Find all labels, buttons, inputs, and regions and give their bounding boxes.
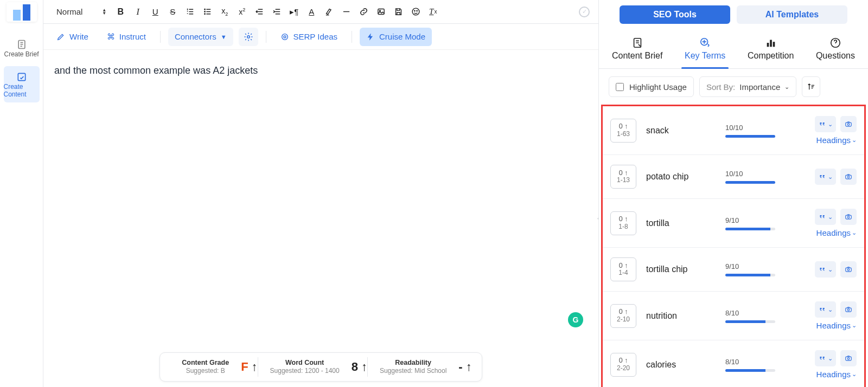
outdent-button[interactable] [252, 4, 267, 20]
settings-button[interactable] [239, 28, 258, 46]
term-row[interactable]: 0 ↑1-4tortilla chip9/10⌄ [603, 248, 864, 292]
term-row[interactable]: 0 ↑1-63snack10/10⌄Headings⌄ [603, 106, 864, 155]
subtab-content-brief[interactable]: Content Brief [609, 34, 666, 68]
unordered-list-button[interactable] [200, 4, 215, 20]
highlight-usage-toggle[interactable]: Highlight Usage [609, 76, 694, 97]
chevron-down-icon: ⌄ [852, 137, 857, 144]
create-content-button[interactable]: Create Content [4, 66, 40, 103]
clear-format-button[interactable]: Tx [425, 4, 441, 20]
write-button[interactable]: Write [50, 28, 95, 46]
quote-expand-button[interactable]: ⌄ [815, 261, 836, 278]
row-actions: ⌄Headings⌄ [815, 350, 857, 379]
status-check-icon [579, 7, 590, 17]
indent-button[interactable] [269, 4, 284, 20]
quote-expand-button[interactable]: ⌄ [815, 116, 836, 132]
view-button[interactable] [840, 301, 857, 318]
readability-value: - ↑ [458, 360, 471, 374]
quote-expand-button[interactable]: ⌄ [815, 169, 836, 185]
label: Write [69, 32, 88, 41]
sort-by-dropdown[interactable]: Sort By: Importance ⌄ [699, 76, 796, 97]
command-icon: ⌘ [107, 32, 115, 42]
word-count-block: Word Count Suggested: 1200 - 1400 [258, 359, 352, 376]
subtab-competition[interactable]: Competition [744, 34, 797, 68]
score-bar [725, 320, 775, 323]
score-text: 9/10 [725, 216, 780, 224]
row-actions: ⌄Headings⌄ [815, 116, 857, 145]
camera-icon [844, 120, 853, 128]
save-button[interactable] [391, 4, 406, 20]
chevron-down-icon: ⌄ [852, 229, 857, 236]
score-column: 9/10 [725, 262, 780, 276]
subtab-questions[interactable]: Questions [813, 34, 858, 68]
tab-seo-tools[interactable]: SEO Tools [620, 5, 730, 24]
bold-button[interactable]: B [113, 4, 128, 20]
cruise-mode-button[interactable]: Cruise Mode [360, 28, 432, 46]
headings-link[interactable]: Headings⌄ [816, 228, 857, 237]
view-button[interactable] [840, 350, 857, 366]
ordered-list-button[interactable] [182, 4, 197, 20]
instruct-button[interactable]: ⌘ Instruct [100, 28, 152, 46]
emoji-button[interactable] [408, 4, 423, 20]
question-icon [829, 37, 841, 49]
term-row[interactable]: 0 ↑1-8tortilla9/10⌄Headings⌄ [603, 199, 864, 248]
sort-direction-button[interactable] [802, 76, 820, 97]
svg-point-24 [847, 216, 850, 218]
view-button[interactable] [840, 209, 857, 225]
occurrence-range: 2-10 [617, 316, 630, 323]
grammarly-badge[interactable]: G [568, 312, 583, 327]
create-brief-button[interactable]: Create Brief [4, 34, 40, 63]
subtab-key-terms[interactable]: Key Terms [681, 34, 729, 68]
sub: Suggested: B [186, 367, 225, 375]
occurrence-range: 1-4 [618, 269, 628, 276]
link-button[interactable] [356, 4, 371, 20]
quote-expand-button[interactable]: ⌄ [815, 301, 836, 318]
headings-link[interactable]: Headings⌄ [816, 321, 857, 330]
view-button[interactable] [840, 261, 857, 278]
image-button[interactable] [373, 4, 388, 20]
separator [266, 31, 266, 43]
italic-button[interactable]: I [130, 4, 145, 20]
svg-rect-15 [767, 43, 769, 47]
editor-content: and the most common example was A2 jacke… [54, 65, 258, 76]
quote-expand-button[interactable]: ⌄ [815, 350, 836, 366]
format-select[interactable]: Normal ▲▼ [52, 5, 111, 18]
pilcrow-button[interactable]: ▸¶ [286, 4, 302, 20]
connectors-dropdown[interactable]: Connectors ▼ [168, 28, 233, 46]
subscript-button[interactable]: x2 [217, 4, 232, 20]
term-row[interactable]: 0 ↑2-10nutrition8/10⌄Headings⌄ [603, 292, 864, 340]
caret-updown-icon: ▲▼ [102, 9, 106, 15]
score-bar [725, 228, 775, 230]
sort-icon [807, 82, 815, 91]
score-bar [725, 274, 775, 276]
row-actions: ⌄Headings⌄ [815, 301, 857, 330]
view-button[interactable] [840, 116, 857, 132]
headings-link[interactable]: Headings⌄ [816, 136, 857, 145]
underline-button[interactable]: U [148, 4, 163, 20]
sub-tabs: Content Brief Key Terms Competition Ques… [599, 29, 868, 69]
svg-point-12 [284, 36, 286, 38]
svg-point-2 [205, 9, 205, 10]
view-button[interactable] [840, 169, 857, 185]
headings-link[interactable]: Headings⌄ [816, 370, 857, 379]
quote-icon [818, 266, 826, 273]
term-row[interactable]: 0 ↑1-13potato chip10/10⌄ [603, 155, 864, 199]
term-row[interactable]: 0 ↑2-20calories8/10⌄Headings⌄ [603, 340, 864, 387]
serp-ideas-button[interactable]: SERP Ideas [274, 28, 344, 46]
text-color-button[interactable]: A [304, 4, 319, 20]
row-actions: ⌄ [815, 169, 857, 185]
svg-point-9 [417, 10, 417, 11]
highlight-button[interactable] [321, 4, 336, 20]
strike-button[interactable]: S [165, 4, 180, 20]
hr-button[interactable] [339, 4, 354, 20]
bolt-icon [366, 33, 375, 41]
superscript-button[interactable]: x2 [234, 4, 250, 20]
score-text: 8/10 [725, 309, 780, 317]
chevron-down-icon: ⌄ [852, 322, 857, 329]
occurrence-badge: 0 ↑1-13 [610, 165, 636, 189]
quote-expand-button[interactable]: ⌄ [815, 209, 836, 225]
separator [160, 31, 161, 43]
tab-ai-templates[interactable]: AI Templates [737, 5, 847, 24]
editor-area[interactable]: and the most common example was A2 jacke… [43, 50, 598, 387]
highlight-usage-checkbox[interactable] [616, 83, 624, 91]
resize-handle-icon[interactable]: ⇿ [597, 215, 598, 222]
